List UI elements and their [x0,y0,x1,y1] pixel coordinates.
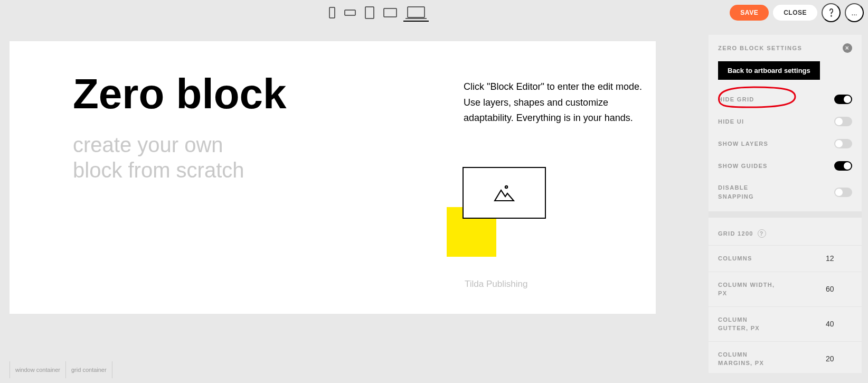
phone-landscape-icon[interactable] [342,7,358,18]
artboard-credit: Tilda Publishing [465,279,527,289]
panel-divider [709,211,862,218]
toggle-show-layers: SHOW LAYERS [709,133,862,155]
artboard-description: Click "Block Editor" to enter the edit m… [464,79,654,126]
back-to-artboard-button[interactable]: Back to artboard settings [718,61,820,80]
toggle-hide-ui: HIDE UI [709,110,862,133]
hide-grid-toggle[interactable] [834,95,852,104]
tablet-portrait-icon[interactable] [362,4,377,21]
show-guides-toggle[interactable] [834,161,852,171]
input-label: COLUMN GUTTER, PX [718,315,776,333]
help-icon[interactable]: ? [758,229,766,238]
close-panel-button[interactable]: × [843,43,852,53]
toggle-label: SHOW LAYERS [718,139,768,148]
mountain-icon [494,184,515,202]
input-columns: COLUMNS [709,245,862,272]
toggle-label: SHOW GUIDES [718,162,768,171]
image-placeholder [463,167,546,219]
toolbar-actions: SAVE CLOSE ... [730,3,864,22]
artboard[interactable]: Zero block create your own block from sc… [10,41,656,314]
column-width-input[interactable] [826,285,852,293]
input-column-width: COLUMN WIDTH, PX [709,272,862,306]
svg-point-7 [505,186,507,188]
svg-rect-2 [365,7,374,18]
status-bar: window container grid container [10,357,112,383]
status-grid-container[interactable]: grid container [65,361,112,378]
column-margins-input[interactable] [826,354,852,363]
panel-header: ZERO BLOCK SETTINGS × [709,35,862,61]
show-layers-toggle[interactable] [834,139,852,148]
input-column-gutter: COLUMN GUTTER, PX [709,306,862,341]
grid-heading: GRID 1200 ? [709,222,862,245]
settings-panel: ZERO BLOCK SETTINGS × Back to artboard s… [709,35,862,373]
tablet-landscape-icon[interactable] [381,5,399,20]
device-switcher [326,4,429,22]
disable-snapping-toggle[interactable] [834,188,852,197]
svg-point-6 [831,16,831,16]
close-icon: × [845,44,850,52]
input-label: COLUMNS [718,254,752,263]
panel-title: ZERO BLOCK SETTINGS [718,45,802,51]
help-button[interactable] [822,3,841,22]
input-column-margins: COLUMN MARGINS, PX [709,341,862,373]
toggle-disable-snapping: DISABLE SNAPPING [709,177,862,207]
artboard-subtitle: create your own block from scratch [73,132,656,183]
svg-rect-0 [329,7,335,18]
toggle-label: HIDE GRID [718,95,754,104]
save-button[interactable]: SAVE [730,5,769,21]
close-button[interactable]: CLOSE [773,5,817,21]
column-gutter-input[interactable] [826,320,852,328]
more-button[interactable]: ... [845,3,864,22]
toggle-show-guides: SHOW GUIDES [709,155,862,177]
toggle-label: HIDE UI [718,117,744,126]
desktop-icon[interactable] [403,4,429,22]
toggle-hide-grid: HIDE GRID [709,88,862,110]
input-label: COLUMN MARGINS, PX [718,350,776,368]
svg-rect-4 [408,7,424,17]
svg-rect-3 [384,8,397,17]
hide-ui-toggle[interactable] [834,117,852,126]
ellipsis-icon: ... [851,9,857,17]
top-toolbar: SAVE CLOSE ... [0,0,868,25]
phone-portrait-icon[interactable] [326,5,338,21]
status-window-container[interactable]: window container [10,361,65,378]
svg-rect-1 [345,10,355,15]
columns-input[interactable] [826,254,852,263]
toggle-label: DISABLE SNAPPING [718,183,776,201]
input-label: COLUMN WIDTH, PX [718,281,776,298]
